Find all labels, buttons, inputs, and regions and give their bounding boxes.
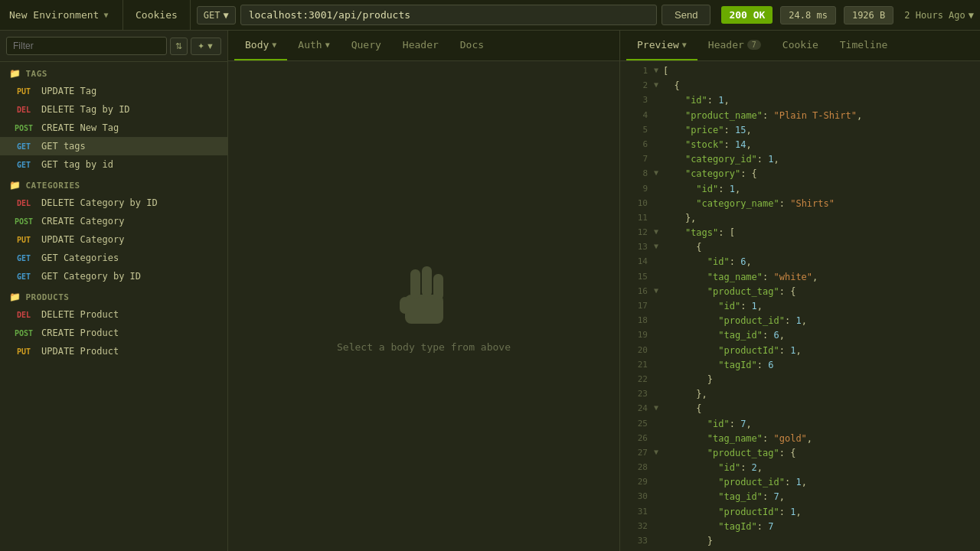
sidebar-content: 📁 TAGS PUT UPDATE Tag DEL DELETE Tag by … [0, 62, 227, 551]
method-put-tag: PUT [12, 347, 35, 356]
json-line: 5 "price": 15, [620, 123, 980, 138]
url-input[interactable] [240, 5, 657, 25]
list-item[interactable]: POST CREATE Product [0, 324, 227, 342]
sort-button[interactable]: ⇅ [170, 37, 188, 55]
hand-icon [394, 260, 455, 329]
json-line: 4 "product_name": "Plain T-Shirt", [620, 109, 980, 123]
svg-rect-3 [422, 266, 432, 297]
json-line: 6 "stock": 14, [620, 138, 980, 152]
section-products-label: PRODUCTS [26, 292, 70, 302]
json-line: 20 "productId": 1, [620, 344, 980, 358]
list-item[interactable]: PUT UPDATE Product [0, 342, 227, 360]
cookies-button[interactable]: Cookies [123, 0, 191, 30]
send-button[interactable]: Send [662, 5, 710, 25]
tab-query[interactable]: Query [341, 31, 392, 60]
json-line: 2▼ { [620, 79, 980, 93]
line-number: 22 [626, 373, 648, 386]
tab-header[interactable]: Header [392, 31, 449, 60]
tab-timeline[interactable]: Timeline [829, 31, 899, 60]
tab-resp-header[interactable]: Header 7 [697, 31, 772, 60]
item-label: UPDATE Category [41, 234, 124, 245]
sidebar: ⇅ ✦ ▼ 📁 TAGS PUT UPDATE Tag DEL DELETE T… [0, 31, 228, 551]
json-line: 15 "tag_name": "white", [620, 270, 980, 285]
line-number: 7 [626, 152, 648, 166]
expand-icon[interactable]: ▼ [654, 402, 662, 414]
list-item[interactable]: PUT UPDATE Tag [0, 82, 227, 100]
json-content: "category_id": 1, [663, 152, 974, 167]
json-line: 7 "category_id": 1, [620, 152, 980, 167]
method-get-tag: GET [12, 254, 35, 262]
list-item[interactable]: DEL DELETE Tag by ID [0, 100, 227, 119]
json-content: }, [663, 211, 974, 226]
json-line: 31 "productId": 1, [620, 505, 980, 520]
tab-auth[interactable]: Auth ▼ [287, 31, 340, 60]
header-count-badge: 7 [747, 40, 761, 50]
filter-input[interactable] [6, 37, 167, 55]
json-content: }, [663, 387, 974, 402]
expand-icon[interactable]: ▼ [654, 285, 662, 297]
section-categories-label: CATEGORIES [26, 181, 80, 191]
json-content: "price": 15, [663, 123, 974, 138]
json-line: 16▼ "product_tag": { [620, 285, 980, 299]
json-line: 8▼ "category": { [620, 167, 980, 181]
json-line: 22 } [620, 373, 980, 387]
line-number: 11 [626, 211, 648, 225]
item-label: DELETE Tag by ID [41, 104, 130, 115]
tab-cookie[interactable]: Cookie [772, 31, 829, 60]
list-item[interactable]: POST CREATE New Tag [0, 119, 227, 137]
json-line: 21 "tagId": 6 [620, 358, 980, 373]
folder-icon: 📁 [9, 68, 21, 79]
tab-docs[interactable]: Docs [449, 31, 495, 60]
list-item[interactable]: GET GET tag by id [0, 155, 227, 174]
list-item[interactable]: GET GET tags [0, 137, 227, 155]
json-content: [ [663, 64, 974, 79]
env-label: New Environment [9, 9, 99, 21]
list-item[interactable]: DEL DELETE Category by ID [0, 194, 227, 212]
line-number: 20 [626, 344, 648, 357]
json-content: "stock": 14, [663, 138, 974, 152]
json-content: "id": 1, [663, 182, 974, 197]
preview-caret-icon: ▼ [682, 41, 687, 49]
expand-icon[interactable]: ▼ [654, 167, 662, 179]
line-number: 12 [626, 226, 648, 240]
json-line: 18 "product_id": 1, [620, 314, 980, 328]
json-line: 1▼[ [620, 64, 980, 79]
expand-icon[interactable]: ▼ [654, 240, 662, 253]
list-item[interactable]: POST CREATE Category [0, 212, 227, 230]
add-button[interactable]: ✦ ▼ [191, 37, 221, 55]
line-number: 32 [626, 520, 648, 533]
json-content: "tag_name": "gold", [663, 432, 974, 446]
list-item[interactable]: GET GET Categories [0, 249, 227, 267]
line-number: 6 [626, 138, 648, 152]
method-post-tag: POST [12, 329, 35, 337]
svg-rect-2 [410, 269, 420, 298]
tab-preview[interactable]: Preview ▼ [626, 31, 697, 60]
expand-icon[interactable]: ▼ [654, 226, 662, 238]
svg-rect-1 [400, 297, 410, 314]
json-content: "product_tag": { [663, 446, 974, 461]
expand-icon[interactable]: ▼ [654, 446, 662, 458]
line-number: 3 [626, 93, 648, 107]
json-content: "category_name": "Shirts" [663, 197, 974, 211]
tab-body[interactable]: Body ▼ [234, 31, 287, 60]
json-content: "productId": 1, [663, 344, 974, 358]
method-selector[interactable]: GET ▼ [197, 6, 236, 24]
json-line: 13▼ { [620, 240, 980, 255]
json-content: "tags": [ [663, 226, 974, 240]
section-tags-label: TAGS [26, 69, 48, 79]
json-line: 33 } [620, 534, 980, 549]
json-line: 10 "category_name": "Shirts" [620, 197, 980, 211]
expand-icon[interactable]: ▼ [654, 79, 662, 91]
method-del-tag: DEL [12, 106, 35, 114]
list-item[interactable]: DEL DELETE Product [0, 305, 227, 324]
top-bar: New Environment ▼ Cookies GET ▼ Send 200… [0, 0, 980, 31]
json-viewer: 1▼[2▼ {3 "id": 1,4 "product_name": "Plai… [620, 61, 980, 551]
json-line: 9 "id": 1, [620, 182, 980, 197]
list-item[interactable]: GET GET Category by ID [0, 267, 227, 285]
line-number: 15 [626, 270, 648, 284]
expand-icon[interactable]: ▼ [654, 64, 662, 77]
body-placeholder-text: Select a body type from above [337, 341, 511, 353]
env-selector[interactable]: New Environment ▼ [0, 0, 123, 30]
list-item[interactable]: PUT UPDATE Category [0, 230, 227, 249]
line-number: 26 [626, 432, 648, 445]
